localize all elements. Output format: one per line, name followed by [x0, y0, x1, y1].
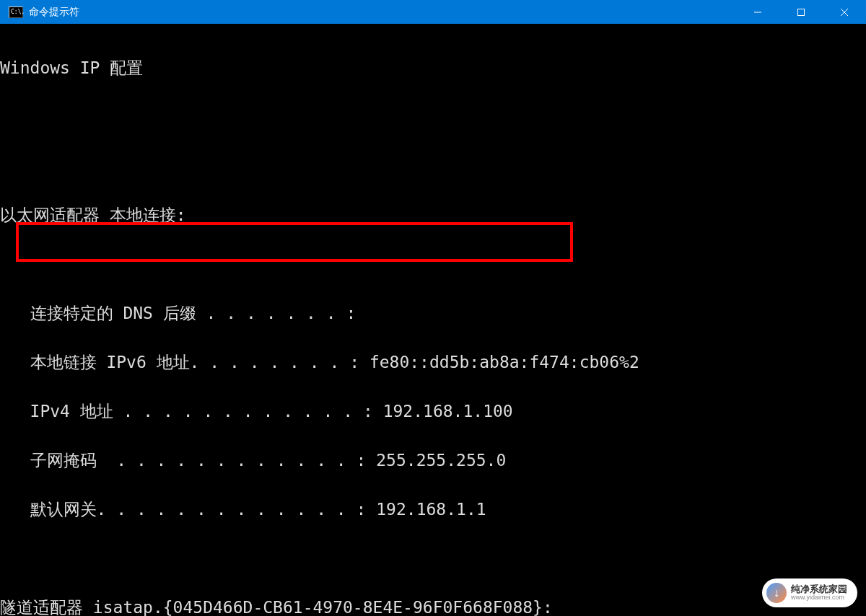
window-titlebar: C:\. 命令提示符	[0, 0, 866, 24]
svg-rect-1	[798, 9, 805, 15]
ipv6-value: fe80::dd5b:ab8a:f474:cb06%2	[369, 353, 639, 371]
terminal-output[interactable]: Windows IP 配置 以太网适配器 本地连接: 连接特定的 DNS 后缀 …	[0, 24, 866, 616]
minimize-button[interactable]	[736, 0, 779, 24]
blank-line	[0, 105, 866, 129]
watermark: 纯净系统家园 www.yidaimei.com	[762, 578, 857, 607]
ipv4-line: IPv4 地址 . . . . . . . . . . . . : 192.16…	[0, 399, 866, 423]
window-title: 命令提示符	[29, 6, 79, 19]
dns-suffix-line: 连接特定的 DNS 后缀 . . . . . . . :	[0, 301, 866, 325]
blank-line	[0, 154, 866, 178]
subnet-line: 子网掩码 . . . . . . . . . . . . : 255.255.2…	[0, 448, 866, 472]
close-button[interactable]	[823, 0, 866, 24]
watermark-logo-icon	[766, 583, 787, 603]
adapter-ethernet-title: 以太网适配器 本地连接:	[0, 203, 866, 227]
ipconfig-header: Windows IP 配置	[0, 56, 866, 80]
blank-line	[0, 546, 866, 571]
blank-line	[0, 252, 866, 276]
ipv6-line: 本地链接 IPv6 地址. . . . . . . . : fe80::dd5b…	[0, 350, 866, 374]
maximize-button[interactable]	[779, 0, 823, 24]
adapter-isatap-title: 隧道适配器 isatap.{045D466D-CB61-4970-8E4E-96…	[0, 595, 866, 616]
gateway-line: 默认网关. . . . . . . . . . . . . : 192.168.…	[0, 497, 866, 522]
subnet-value: 255.255.255.0	[376, 451, 506, 470]
window-controls	[736, 0, 866, 24]
watermark-url: www.yidaimei.com	[791, 594, 847, 602]
cmd-icon: C:\.	[9, 6, 23, 18]
ipv4-value: 192.168.1.100	[383, 402, 513, 421]
watermark-name: 纯净系统家园	[791, 584, 847, 594]
gateway-value: 192.168.1.1	[376, 500, 486, 519]
